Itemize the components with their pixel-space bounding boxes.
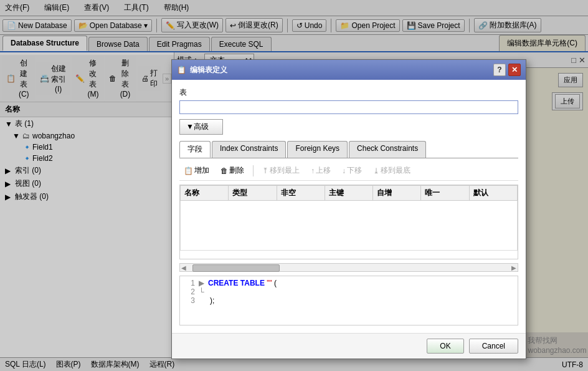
scroll-left-icon[interactable]: ◀ — [181, 264, 186, 271]
move-top-button[interactable]: ⤒ 移到最上 — [258, 163, 304, 178]
modal-titlebar: 📋 编辑表定义 ? ✕ — [172, 60, 526, 80]
move-up-icon: ↑ — [311, 166, 315, 175]
line-num-3: 3 — [183, 296, 195, 305]
move-down-icon: ↓ — [342, 166, 346, 175]
col-notnull: 非空 — [277, 186, 325, 201]
modal-tab-check-constraints[interactable]: Check Constraints — [349, 141, 426, 158]
table-name-input[interactable] — [179, 100, 518, 114]
modal-title-text: 编辑表定义 — [190, 65, 227, 75]
scrollbar-thumb[interactable] — [192, 264, 280, 272]
empty-row — [181, 201, 518, 251]
modal-help-button[interactable]: ? — [493, 64, 506, 76]
col-name: 名称 — [181, 186, 229, 201]
inner-toolbar-sep — [253, 165, 254, 176]
col-default: 默认 — [469, 186, 517, 201]
modal-tab-bar: 字段 Index Constraints Foreign Keys Check … — [179, 141, 518, 158]
table-section-label: 表 — [179, 87, 518, 98]
add-icon: 📋 — [184, 166, 193, 175]
modal-body: 表 ▼高级 字段 Index Constraints Foreign Keys … — [172, 80, 526, 333]
modal-footer: OK Cancel — [172, 333, 526, 359]
modal-title-icon: 📋 — [177, 65, 186, 74]
move-bottom-icon: ⤓ — [373, 166, 379, 175]
add-field-button[interactable]: 📋 增加 — [179, 163, 214, 178]
line-num-1: 1 — [183, 279, 195, 287]
move-down-button[interactable]: ↓ 下移 — [338, 163, 366, 178]
sql-expand-icon-1: ▶ — [199, 279, 204, 287]
horizontal-scrollbar[interactable]: ◀ ▶ — [179, 263, 518, 272]
sql-line-3: 3 ); — [183, 296, 515, 305]
modal-inner-toolbar: 📋 增加 🗑 删除 ⤒ 移到最上 ↑ 上移 ↓ 下移 ⤓ 移到最底 — [179, 163, 518, 181]
delete-field-button[interactable]: 🗑 删除 — [216, 163, 249, 178]
move-up-button[interactable]: ↑ 上移 — [306, 163, 335, 178]
sql-code-1: CREATE TABLE "" ( — [208, 279, 277, 287]
sql-preview-area: 1 ▶ CREATE TABLE "" ( 2 └ 3 ); — [179, 276, 518, 325]
sql-line-1: 1 ▶ CREATE TABLE "" ( — [183, 279, 515, 287]
modal-tab-foreign-keys[interactable]: Foreign Keys — [287, 141, 348, 158]
edit-table-dialog: 📋 编辑表定义 ? ✕ 表 ▼高级 字段 Index Constraints F… — [171, 59, 526, 359]
modal-tab-fields[interactable]: 字段 — [179, 141, 211, 158]
col-type: 类型 — [229, 186, 277, 201]
sql-expand-icon-2: └ — [199, 287, 204, 296]
sql-line-2: 2 └ — [183, 287, 515, 296]
ok-button[interactable]: OK — [427, 339, 463, 354]
modal-close-button[interactable]: ✕ — [508, 64, 521, 76]
cancel-button[interactable]: Cancel — [469, 339, 518, 354]
advanced-button[interactable]: ▼高级 — [179, 119, 223, 135]
delete-icon: 🗑 — [220, 166, 228, 175]
move-bottom-button[interactable]: ⤓ 移到最底 — [369, 163, 415, 178]
col-unique: 唯一 — [421, 186, 469, 201]
fields-table-container: 名称 类型 非空 主键 自增 唯一 默认 — [179, 185, 518, 259]
sql-code-3: ); — [199, 296, 214, 305]
fields-table: 名称 类型 非空 主键 自增 唯一 默认 — [180, 185, 518, 251]
scroll-right-icon[interactable]: ▶ — [511, 264, 516, 271]
move-top-icon: ⤒ — [262, 166, 268, 175]
modal-tab-index-constraints[interactable]: Index Constraints — [212, 141, 286, 158]
line-num-2: 2 — [183, 287, 195, 296]
col-autoinc: 自增 — [373, 186, 421, 201]
col-pk: 主键 — [325, 186, 372, 201]
